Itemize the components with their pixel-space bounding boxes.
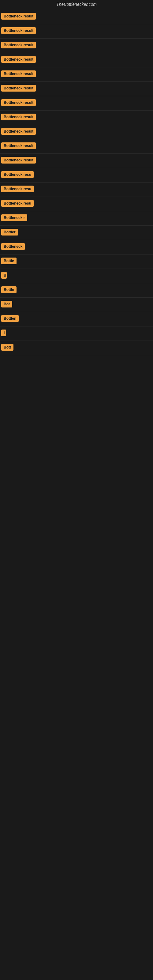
bottleneck-result-badge[interactable]: Bottleneck result xyxy=(1,99,36,106)
list-item: Bottleneck result xyxy=(0,82,153,96)
site-title-bar: TheBottlenecker.com xyxy=(0,0,153,10)
bottleneck-result-badge[interactable]: Bottle xyxy=(1,286,16,293)
bottleneck-result-badge[interactable]: I xyxy=(1,329,6,336)
list-item: Bottleneck result xyxy=(0,24,153,38)
list-item: Bottle xyxy=(0,255,153,269)
bottleneck-result-badge[interactable]: Bottleneck result xyxy=(1,41,36,48)
bottleneck-result-badge[interactable]: Bottleneck result xyxy=(1,128,36,135)
list-item: Bottleneck result xyxy=(0,53,153,67)
list-item: Bottleneck result xyxy=(0,139,153,154)
bottleneck-result-badge[interactable]: Bottleneck result xyxy=(1,27,36,34)
bottleneck-result-badge[interactable]: Bottleneck result xyxy=(1,13,36,20)
list-item: Bottleneck resu xyxy=(0,183,153,197)
rows-container: Bottleneck resultBottleneck resultBottle… xyxy=(0,10,153,355)
list-item: Bottler xyxy=(0,226,153,240)
bottleneck-result-badge[interactable]: Bottleneck result xyxy=(1,56,36,63)
bottleneck-result-badge[interactable]: Bottlen xyxy=(1,315,19,322)
bottleneck-result-badge[interactable]: Bottleneck resu xyxy=(1,200,33,207)
list-item: Bot xyxy=(0,298,153,312)
list-item: Bottleneck result xyxy=(0,10,153,24)
list-item: Bottleneck resu xyxy=(0,197,153,211)
list-item: Bott xyxy=(0,341,153,355)
list-item: Bottleneck result xyxy=(0,125,153,139)
bottleneck-result-badge[interactable]: Bottleneck result xyxy=(1,85,36,92)
bottleneck-result-badge[interactable]: Bottleneck resu xyxy=(1,171,33,178)
bottleneck-result-badge[interactable]: Bot xyxy=(1,301,12,307)
list-item: B xyxy=(0,269,153,283)
bottleneck-result-badge[interactable]: Bottleneck result xyxy=(1,157,36,164)
list-item: Bottleneck result xyxy=(0,96,153,111)
list-item: Bottleneck result xyxy=(0,111,153,125)
bottleneck-result-badge[interactable]: Bottleneck result xyxy=(1,142,36,149)
bottleneck-result-badge[interactable]: Bottleneck result xyxy=(1,70,36,77)
list-item: Bottleneck result xyxy=(0,38,153,53)
list-item: Bottleneck resu xyxy=(0,168,153,183)
site-title: TheBottlenecker.com xyxy=(0,0,153,10)
list-item: Bottleneck r xyxy=(0,211,153,226)
list-item: Bottleneck result xyxy=(0,154,153,168)
bottleneck-result-badge[interactable]: Bottleneck xyxy=(1,243,25,250)
bottleneck-result-badge[interactable]: Bott xyxy=(1,344,13,351)
bottleneck-result-badge[interactable]: B xyxy=(1,272,7,279)
bottleneck-result-badge[interactable]: Bottle xyxy=(1,258,16,264)
bottleneck-result-badge[interactable]: Bottleneck r xyxy=(1,215,27,221)
bottleneck-result-badge[interactable]: Bottleneck result xyxy=(1,114,36,120)
list-item: Bottlen xyxy=(0,312,153,326)
bottleneck-result-badge[interactable]: Bottleneck resu xyxy=(1,186,33,192)
bottleneck-result-badge[interactable]: Bottler xyxy=(1,229,18,235)
list-item: I xyxy=(0,326,153,341)
list-item: Bottleneck xyxy=(0,240,153,255)
list-item: Bottleneck result xyxy=(0,67,153,82)
list-item: Bottle xyxy=(0,283,153,298)
